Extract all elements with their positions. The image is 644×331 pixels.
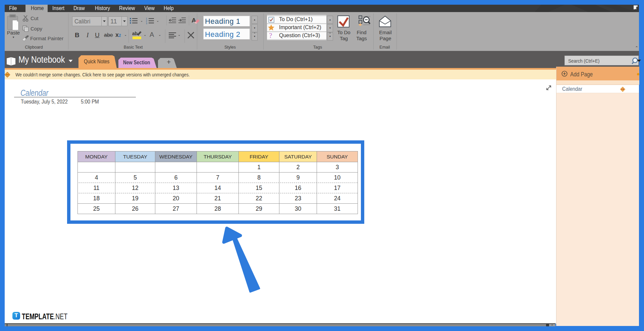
svg-text:2: 2 [146, 20, 147, 22]
svg-text:1: 1 [146, 17, 147, 20]
svg-text:3: 3 [146, 22, 147, 24]
